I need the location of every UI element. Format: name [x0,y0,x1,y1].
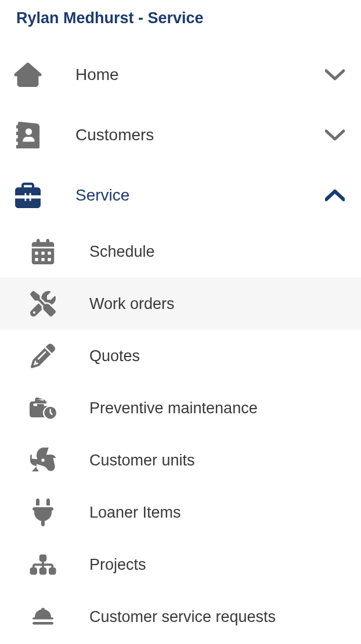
subnav-item-projects-label: Projects [57,556,361,574]
subnav-item-loaner-label: Loaner Items [57,504,361,522]
nav-item-home[interactable]: Home [0,45,361,105]
bell-icon [29,606,57,627]
toolbox-icon [13,183,43,208]
subnav-item-quotes-label: Quotes [57,347,361,365]
sidebar-nav: Rylan Medhurst - Service Home Customers … [0,0,361,643]
nav-item-customers[interactable]: Customers [0,105,361,165]
subnav-item-csr-label: Customer service requests [57,608,361,626]
nav-item-home-label: Home [43,66,322,84]
subnav-item-workorders-label: Work orders [57,295,361,313]
subnav-item-quotes[interactable]: Quotes [0,330,361,382]
chevron-up-icon [322,189,345,202]
home-icon [13,63,43,87]
plug-icon [29,499,57,526]
tools-icon [29,291,57,316]
subnav-item-schedule[interactable]: Schedule [0,225,361,278]
subnav-item-projects[interactable]: Projects [0,539,361,591]
subnav-item-preventive[interactable]: Preventive maintenance [0,382,361,434]
nav-item-customers-label: Customers [43,126,322,144]
page-title: Rylan Medhurst - Service [0,9,361,45]
subnav-item-csr[interactable]: Customer service requests [0,591,361,643]
subnav-item-schedule-label: Schedule [57,243,361,261]
subnav-item-preventive-label: Preventive maintenance [57,399,361,417]
calendar-icon [29,239,57,264]
subnav-item-units[interactable]: Customer units [0,434,361,486]
subnav-item-units-label: Customer units [57,452,361,470]
subnav-item-workorders[interactable]: Work orders [0,278,361,330]
nav-item-service[interactable]: Service [0,165,361,225]
pencil-icon [29,344,57,368]
sitemap-icon [29,553,57,576]
chevron-down-icon [322,129,345,141]
subnav-item-loaner[interactable]: Loaner Items [0,486,361,539]
briefcase-clock-icon [29,396,57,420]
nav-item-service-submenu: Schedule Work orders Quotes Preventive m… [0,225,361,643]
nav-item-service-label: Service [43,186,322,205]
chevron-down-icon [322,68,345,81]
contacts-icon [13,122,43,148]
fan-icon [29,447,57,473]
